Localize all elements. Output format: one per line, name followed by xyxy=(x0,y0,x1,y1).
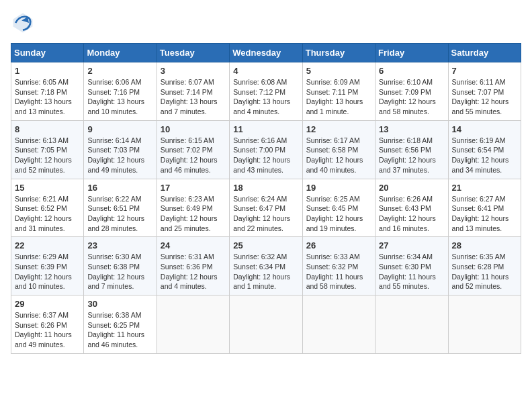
calendar-cell: 17Sunrise: 6:23 AM Sunset: 6:49 PM Dayli… xyxy=(157,179,229,237)
day-info: Sunrise: 6:25 AM Sunset: 6:45 PM Dayligh… xyxy=(306,194,371,234)
day-number: 29 xyxy=(15,299,80,309)
weekday-header-wednesday: Wednesday xyxy=(230,44,302,62)
calendar-cell: 22Sunrise: 6:29 AM Sunset: 6:39 PM Dayli… xyxy=(11,237,84,295)
day-info: Sunrise: 6:16 AM Sunset: 7:00 PM Dayligh… xyxy=(233,136,298,175)
day-info: Sunrise: 6:24 AM Sunset: 6:47 PM Dayligh… xyxy=(233,194,298,234)
day-number: 5 xyxy=(306,66,371,76)
day-number: 12 xyxy=(306,124,371,134)
day-number: 9 xyxy=(87,124,152,134)
calendar-cell: 13Sunrise: 6:18 AM Sunset: 6:56 PM Dayli… xyxy=(375,120,448,179)
day-number: 30 xyxy=(87,299,152,309)
day-info: Sunrise: 6:29 AM Sunset: 6:39 PM Dayligh… xyxy=(15,252,80,291)
day-info: Sunrise: 6:06 AM Sunset: 7:16 PM Dayligh… xyxy=(87,77,152,117)
calendar-cell: 18Sunrise: 6:24 AM Sunset: 6:47 PM Dayli… xyxy=(230,179,302,237)
calendar-cell xyxy=(230,295,302,354)
calendar-cell: 1Sunrise: 6:05 AM Sunset: 7:18 PM Daylig… xyxy=(11,62,84,121)
calendar-cell: 15Sunrise: 6:21 AM Sunset: 6:52 PM Dayli… xyxy=(11,179,84,237)
day-info: Sunrise: 6:23 AM Sunset: 6:49 PM Dayligh… xyxy=(161,194,226,234)
day-number: 28 xyxy=(452,240,517,250)
day-info: Sunrise: 6:19 AM Sunset: 6:54 PM Dayligh… xyxy=(452,136,517,175)
day-info: Sunrise: 6:38 AM Sunset: 6:25 PM Dayligh… xyxy=(87,310,152,350)
calendar-cell: 9Sunrise: 6:14 AM Sunset: 7:03 PM Daylig… xyxy=(84,120,157,179)
day-info: Sunrise: 6:18 AM Sunset: 6:56 PM Dayligh… xyxy=(379,136,444,175)
day-info: Sunrise: 6:35 AM Sunset: 6:28 PM Dayligh… xyxy=(452,252,517,291)
calendar-cell: 12Sunrise: 6:17 AM Sunset: 6:58 PM Dayli… xyxy=(302,120,375,179)
logo xyxy=(11,11,38,35)
calendar-cell: 10Sunrise: 6:15 AM Sunset: 7:02 PM Dayli… xyxy=(157,120,229,179)
calendar-cell: 8Sunrise: 6:13 AM Sunset: 7:05 PM Daylig… xyxy=(11,120,84,179)
day-number: 3 xyxy=(161,66,226,76)
day-info: Sunrise: 6:33 AM Sunset: 6:32 PM Dayligh… xyxy=(306,252,371,291)
day-number: 20 xyxy=(379,183,444,193)
calendar-cell xyxy=(448,295,521,354)
calendar-week-3: 15Sunrise: 6:21 AM Sunset: 6:52 PM Dayli… xyxy=(11,179,521,237)
weekday-header-thursday: Thursday xyxy=(302,44,375,62)
day-number: 16 xyxy=(87,183,152,193)
day-info: Sunrise: 6:10 AM Sunset: 7:09 PM Dayligh… xyxy=(379,77,444,117)
day-info: Sunrise: 6:05 AM Sunset: 7:18 PM Dayligh… xyxy=(15,77,80,117)
calendar-cell: 16Sunrise: 6:22 AM Sunset: 6:51 PM Dayli… xyxy=(84,179,157,237)
day-number: 17 xyxy=(161,183,226,193)
calendar-cell: 24Sunrise: 6:31 AM Sunset: 6:36 PM Dayli… xyxy=(157,237,229,295)
calendar-cell: 7Sunrise: 6:11 AM Sunset: 7:07 PM Daylig… xyxy=(448,62,521,121)
day-number: 6 xyxy=(379,66,444,76)
day-info: Sunrise: 6:08 AM Sunset: 7:12 PM Dayligh… xyxy=(233,77,298,117)
day-number: 11 xyxy=(233,124,298,134)
calendar-cell: 4Sunrise: 6:08 AM Sunset: 7:12 PM Daylig… xyxy=(230,62,302,121)
day-number: 14 xyxy=(452,124,517,134)
day-info: Sunrise: 6:26 AM Sunset: 6:43 PM Dayligh… xyxy=(379,194,444,234)
calendar-week-4: 22Sunrise: 6:29 AM Sunset: 6:39 PM Dayli… xyxy=(11,237,521,295)
weekday-header-friday: Friday xyxy=(375,44,448,62)
day-number: 23 xyxy=(87,240,152,250)
calendar-week-5: 29Sunrise: 6:37 AM Sunset: 6:26 PM Dayli… xyxy=(11,295,521,354)
day-number: 8 xyxy=(15,124,80,134)
day-number: 10 xyxy=(161,124,226,134)
calendar-cell: 3Sunrise: 6:07 AM Sunset: 7:14 PM Daylig… xyxy=(157,62,229,121)
day-info: Sunrise: 6:11 AM Sunset: 7:07 PM Dayligh… xyxy=(452,77,517,117)
day-info: Sunrise: 6:07 AM Sunset: 7:14 PM Dayligh… xyxy=(161,77,226,117)
day-info: Sunrise: 6:27 AM Sunset: 6:41 PM Dayligh… xyxy=(452,194,517,234)
day-info: Sunrise: 6:13 AM Sunset: 7:05 PM Dayligh… xyxy=(15,136,80,175)
day-number: 2 xyxy=(87,66,152,76)
calendar-cell: 11Sunrise: 6:16 AM Sunset: 7:00 PM Dayli… xyxy=(230,120,302,179)
day-info: Sunrise: 6:14 AM Sunset: 7:03 PM Dayligh… xyxy=(87,136,152,175)
day-info: Sunrise: 6:21 AM Sunset: 6:52 PM Dayligh… xyxy=(15,194,80,234)
calendar-cell: 25Sunrise: 6:32 AM Sunset: 6:34 PM Dayli… xyxy=(230,237,302,295)
day-number: 21 xyxy=(452,183,517,193)
calendar-cell: 29Sunrise: 6:37 AM Sunset: 6:26 PM Dayli… xyxy=(11,295,84,354)
calendar-cell: 14Sunrise: 6:19 AM Sunset: 6:54 PM Dayli… xyxy=(448,120,521,179)
day-info: Sunrise: 6:31 AM Sunset: 6:36 PM Dayligh… xyxy=(161,252,226,291)
day-number: 25 xyxy=(233,240,298,250)
day-info: Sunrise: 6:09 AM Sunset: 7:11 PM Dayligh… xyxy=(306,77,371,117)
calendar-week-2: 8Sunrise: 6:13 AM Sunset: 7:05 PM Daylig… xyxy=(11,120,521,179)
day-number: 1 xyxy=(15,66,80,76)
day-number: 13 xyxy=(379,124,444,134)
calendar-cell: 28Sunrise: 6:35 AM Sunset: 6:28 PM Dayli… xyxy=(448,237,521,295)
day-number: 19 xyxy=(306,183,371,193)
calendar-cell: 21Sunrise: 6:27 AM Sunset: 6:41 PM Dayli… xyxy=(448,179,521,237)
calendar-table: SundayMondayTuesdayWednesdayThursdayFrid… xyxy=(11,43,521,354)
day-info: Sunrise: 6:22 AM Sunset: 6:51 PM Dayligh… xyxy=(87,194,152,234)
calendar-week-1: 1Sunrise: 6:05 AM Sunset: 7:18 PM Daylig… xyxy=(11,62,521,121)
day-number: 26 xyxy=(306,240,371,250)
calendar-cell: 6Sunrise: 6:10 AM Sunset: 7:09 PM Daylig… xyxy=(375,62,448,121)
logo-icon xyxy=(11,11,35,35)
page-header xyxy=(11,11,521,35)
calendar-cell: 30Sunrise: 6:38 AM Sunset: 6:25 PM Dayli… xyxy=(84,295,157,354)
day-number: 22 xyxy=(15,240,80,250)
weekday-header-tuesday: Tuesday xyxy=(157,44,229,62)
day-number: 7 xyxy=(452,66,517,76)
day-number: 27 xyxy=(379,240,444,250)
calendar-cell: 2Sunrise: 6:06 AM Sunset: 7:16 PM Daylig… xyxy=(84,62,157,121)
weekday-header-monday: Monday xyxy=(84,44,157,62)
day-number: 15 xyxy=(15,183,80,193)
weekday-header-row: SundayMondayTuesdayWednesdayThursdayFrid… xyxy=(11,44,521,62)
day-info: Sunrise: 6:15 AM Sunset: 7:02 PM Dayligh… xyxy=(161,136,226,175)
calendar-cell xyxy=(302,295,375,354)
day-info: Sunrise: 6:37 AM Sunset: 6:26 PM Dayligh… xyxy=(15,310,80,350)
day-info: Sunrise: 6:34 AM Sunset: 6:30 PM Dayligh… xyxy=(379,252,444,291)
calendar-cell: 5Sunrise: 6:09 AM Sunset: 7:11 PM Daylig… xyxy=(302,62,375,121)
calendar-cell: 20Sunrise: 6:26 AM Sunset: 6:43 PM Dayli… xyxy=(375,179,448,237)
weekday-header-saturday: Saturday xyxy=(448,44,521,62)
calendar-cell: 27Sunrise: 6:34 AM Sunset: 6:30 PM Dayli… xyxy=(375,237,448,295)
